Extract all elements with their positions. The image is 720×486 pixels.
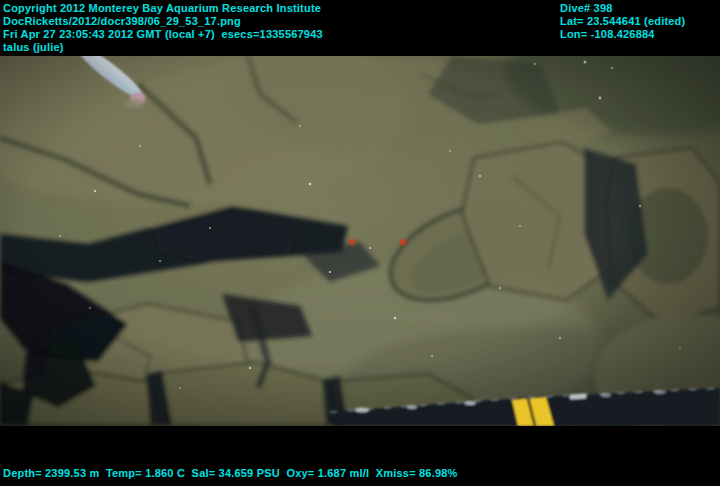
telemetry-line: Depth= 2399.53 m Temp= 1.860 C Sal= 34.6…	[3, 467, 458, 479]
annotation-line: talus (julie)	[3, 41, 64, 53]
timestamp-line: Fri Apr 27 23:05:43 2012 GMT (local +7) …	[3, 28, 323, 40]
latitude-value: Lat= 23.544641 (edited)	[560, 15, 685, 27]
laser-dot-left	[350, 240, 354, 244]
laser-dot-right	[401, 240, 405, 244]
longitude-value: Lon= -108.426884	[560, 28, 655, 40]
dive-number: Dive# 398	[560, 2, 613, 14]
vignette	[0, 56, 720, 426]
filepath-line: DocRicketts/2012/docr398/06_29_53_17.png	[3, 15, 241, 27]
video-frame	[0, 56, 720, 426]
copyright-line: Copyright 2012 Monterey Bay Aquarium Res…	[3, 2, 321, 14]
footer-overlay: Depth= 2399.53 m Temp= 1.860 C Sal= 34.6…	[0, 426, 720, 486]
rov-video-still: Copyright 2012 Monterey Bay Aquarium Res…	[0, 0, 720, 486]
header-overlay: Copyright 2012 Monterey Bay Aquarium Res…	[0, 0, 720, 56]
seafloor-scene	[0, 56, 720, 426]
